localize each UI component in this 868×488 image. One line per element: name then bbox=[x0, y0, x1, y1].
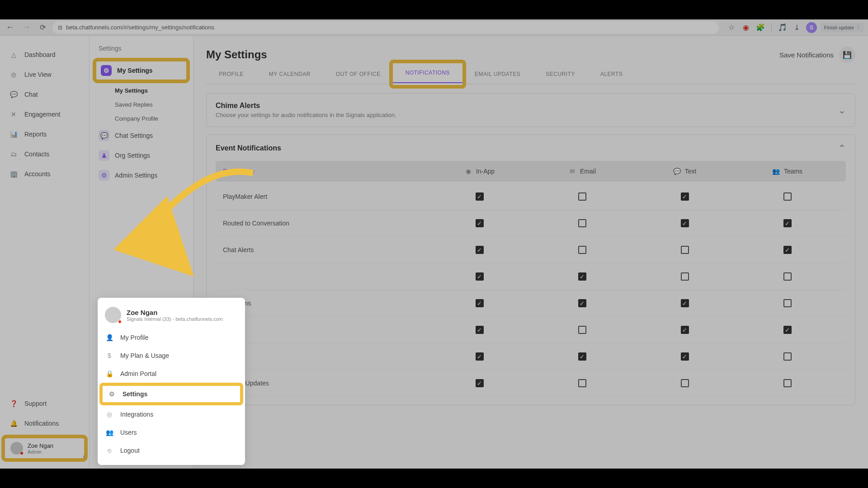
tab-security[interactable]: SECURITY bbox=[533, 65, 588, 84]
popup-plan[interactable]: $My Plan & Usage bbox=[98, 347, 245, 365]
popup-logout[interactable]: ⎋Logout bbox=[98, 441, 245, 460]
checkbox[interactable] bbox=[578, 219, 586, 227]
tab-calendar[interactable]: MY CALENDAR bbox=[256, 65, 323, 84]
avatar bbox=[10, 442, 23, 455]
checkbox[interactable] bbox=[578, 192, 586, 201]
media-icon[interactable]: 🎵 bbox=[777, 22, 788, 33]
accounts-icon: 🏢 bbox=[9, 169, 18, 178]
popup-admin-portal[interactable]: 🔒Admin Portal bbox=[98, 365, 245, 383]
sidebar-item-contacts[interactable]: 🗂 Contacts bbox=[0, 144, 89, 164]
back-button[interactable]: ← bbox=[4, 21, 16, 34]
text-icon: 💬 bbox=[673, 167, 681, 175]
popup-settings[interactable]: ⚙Settings bbox=[101, 385, 241, 404]
url-bar[interactable]: ⊟ beta.chatfunnels.com/#/settings/my_set… bbox=[52, 21, 719, 34]
sub-saved-replies[interactable]: Saved Replies bbox=[90, 98, 193, 112]
reload-button[interactable]: ⟳ bbox=[36, 21, 49, 34]
chime-card[interactable]: Chime Alerts Choose your settings for au… bbox=[206, 93, 855, 127]
checkbox[interactable]: ✓ bbox=[783, 326, 792, 334]
checkbox[interactable] bbox=[681, 272, 689, 281]
checkbox[interactable]: ✓ bbox=[476, 352, 484, 361]
site-info-icon: ⊟ bbox=[58, 24, 62, 31]
sidebar-item-engagement[interactable]: ✕ Engagement bbox=[0, 104, 89, 124]
checkbox[interactable]: ✓ bbox=[681, 299, 689, 307]
popup-my-profile[interactable]: 👤My Profile bbox=[98, 328, 245, 347]
checkbox[interactable]: ✓ bbox=[681, 192, 689, 201]
th-teams: 👥Teams bbox=[736, 167, 839, 175]
checkbox[interactable]: ✓ bbox=[578, 272, 586, 281]
checkbox[interactable]: ✓ bbox=[681, 326, 689, 334]
nav-my-settings[interactable]: ⚙ My Settings bbox=[95, 60, 188, 81]
event-name: Booked bbox=[223, 353, 428, 360]
engagement-icon: ✕ bbox=[9, 110, 18, 119]
admin-settings-icon: ⚙ bbox=[99, 170, 109, 181]
collapse-button[interactable]: ‹ bbox=[83, 452, 85, 460]
tab-emailupdates[interactable]: EMAIL UPDATES bbox=[462, 65, 533, 84]
sidebar-item-notifications[interactable]: 🔔 Notifications bbox=[0, 413, 89, 433]
chevron-down-icon[interactable]: ⌄ bbox=[838, 105, 846, 116]
status-dot bbox=[20, 451, 24, 455]
checkbox[interactable]: ✓ bbox=[578, 352, 586, 361]
sidebar-item-liveview[interactable]: ◎ Live View bbox=[0, 65, 89, 84]
checkbox[interactable]: ✓ bbox=[476, 299, 484, 307]
checkbox[interactable]: ✓ bbox=[681, 219, 689, 227]
checkbox[interactable] bbox=[681, 246, 689, 254]
help-icon: ❓ bbox=[9, 399, 18, 408]
settings-heading: Settings bbox=[90, 45, 193, 57]
sidebar-item-support[interactable]: ❓ Support bbox=[0, 394, 89, 413]
event-name: omissions bbox=[223, 300, 428, 307]
dashboard-icon: △ bbox=[9, 50, 18, 59]
checkbox[interactable] bbox=[783, 379, 792, 387]
checkbox[interactable] bbox=[681, 379, 689, 387]
save-button[interactable]: 💾 bbox=[839, 47, 855, 63]
profile-avatar[interactable]: S bbox=[806, 22, 817, 33]
alert-icon[interactable]: ◉ bbox=[741, 22, 751, 33]
user-card[interactable]: Zoe Ngan Admin bbox=[4, 437, 85, 460]
nav-admin-settings[interactable]: ⚙ Admin Settings bbox=[90, 165, 193, 185]
popup-users[interactable]: 👥Users bbox=[98, 423, 245, 441]
users-icon: 👥 bbox=[105, 428, 114, 437]
checkbox[interactable]: ✓ bbox=[476, 246, 484, 254]
checkbox[interactable]: ✓ bbox=[476, 272, 484, 281]
event-name: PlayMaker Alert bbox=[223, 193, 428, 200]
checkbox[interactable] bbox=[783, 299, 792, 307]
sidebar-item-dashboard[interactable]: △ Dashboard bbox=[0, 45, 89, 65]
nav-chat-settings[interactable]: 💬 Chat Settings bbox=[90, 126, 193, 145]
checkbox[interactable] bbox=[578, 246, 586, 254]
checkbox[interactable]: ✓ bbox=[578, 299, 586, 307]
sidebar-item-reports[interactable]: 📊 Reports bbox=[0, 124, 89, 144]
sub-my-settings[interactable]: My Settings bbox=[90, 84, 193, 98]
extensions-icon[interactable]: 🧩 bbox=[755, 22, 766, 33]
tab-alerts[interactable]: ALERTS bbox=[588, 65, 635, 84]
checkbox[interactable]: ✓ bbox=[783, 246, 792, 254]
nav-org-settings[interactable]: ♟ Org Settings bbox=[90, 145, 193, 165]
checkbox[interactable] bbox=[783, 272, 792, 281]
sidebar-item-accounts[interactable]: 🏢 Accounts bbox=[0, 164, 89, 184]
table-row: r Drop✓✓✓ bbox=[216, 317, 846, 343]
star-icon[interactable]: ☆ bbox=[726, 22, 737, 33]
checkbox[interactable]: ✓ bbox=[681, 352, 689, 361]
checkbox[interactable]: ✓ bbox=[783, 219, 792, 227]
checkbox[interactable] bbox=[783, 352, 792, 361]
forward-button[interactable]: → bbox=[20, 21, 33, 34]
checkbox[interactable]: ✓ bbox=[476, 326, 484, 334]
tab-profile[interactable]: PROFILE bbox=[206, 65, 256, 84]
update-button[interactable]: Finish update ⋮ bbox=[821, 23, 864, 32]
th-event-type[interactable]: Event Type bbox=[223, 167, 428, 175]
tab-notifications[interactable]: NOTIFICATIONS bbox=[393, 63, 462, 83]
checkbox[interactable] bbox=[578, 326, 586, 334]
download-icon[interactable]: ⤓ bbox=[792, 22, 802, 33]
sidebar-item-chat[interactable]: 💬 Chat bbox=[0, 84, 89, 104]
gear-icon: ⚙ bbox=[101, 65, 112, 76]
sub-company-profile[interactable]: Company Profile bbox=[90, 112, 193, 126]
checkbox[interactable]: ✓ bbox=[476, 192, 484, 201]
chevron-up-icon[interactable]: ⌃ bbox=[838, 143, 846, 154]
checkbox[interactable] bbox=[578, 379, 586, 387]
left-nav: △ Dashboard ◎ Live View 💬 Chat ✕ Engagem… bbox=[0, 36, 90, 469]
checkbox[interactable] bbox=[783, 192, 792, 201]
checkbox[interactable]: ✓ bbox=[476, 379, 484, 387]
chime-desc: Choose your settings for audio notificat… bbox=[216, 112, 396, 118]
popup-integrations[interactable]: ◎Integrations bbox=[98, 405, 245, 423]
checkbox[interactable]: ✓ bbox=[476, 219, 484, 227]
event-name: r Drop bbox=[223, 326, 428, 333]
tab-ooo[interactable]: OUT OF OFFICE bbox=[323, 65, 393, 84]
